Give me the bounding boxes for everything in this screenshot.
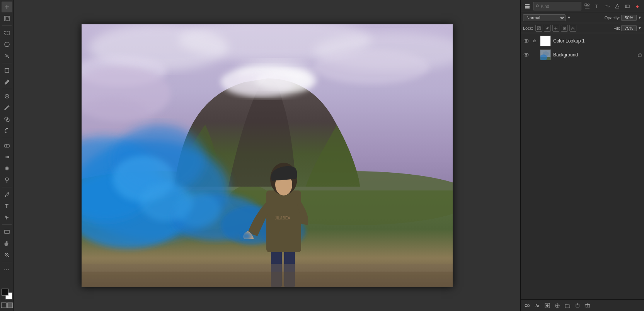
lock-label: Lock: <box>523 26 533 31</box>
layer-item-color-lookup[interactable]: fx Color Lookup 1 <box>521 34 644 48</box>
layer-search-bar[interactable] <box>533 2 581 10</box>
svg-point-83 <box>525 54 527 56</box>
svg-point-89 <box>525 304 527 307</box>
filter-smart-icon[interactable] <box>623 2 632 10</box>
layer-fx-background[interactable] <box>532 52 538 58</box>
dodge-tool[interactable] <box>2 175 12 185</box>
svg-rect-1 <box>5 17 9 20</box>
link-layers-btn[interactable] <box>523 301 532 310</box>
marquee-tool[interactable] <box>2 27 12 38</box>
magic-wand-tool[interactable] <box>2 51 12 61</box>
blur-tool[interactable] <box>2 163 12 174</box>
add-mask-btn[interactable] <box>543 301 552 310</box>
svg-rect-78 <box>564 27 565 29</box>
quickmask-mode-btn[interactable] <box>7 303 13 308</box>
svg-rect-88 <box>638 54 641 57</box>
more-tools-btn[interactable]: ··· <box>2 264 12 275</box>
eyedropper-tool[interactable] <box>2 76 12 87</box>
layer-search-input[interactable] <box>541 4 579 8</box>
artboard-tool[interactable] <box>2 13 12 24</box>
filter-effect-icon[interactable] <box>603 2 612 10</box>
layer-item-background[interactable]: Background <box>521 48 644 62</box>
lock-fill-row: Lock: Fill: 75% ▼ <box>521 23 644 33</box>
blend-mode-row: Normal ▼ Opacity: 50% ▼ <box>521 12 644 23</box>
svg-point-19 <box>5 178 9 181</box>
gradient-tool[interactable] <box>2 151 12 162</box>
lasso-tool[interactable] <box>2 39 12 50</box>
svg-point-67 <box>588 4 589 6</box>
svg-point-57 <box>240 232 252 240</box>
svg-point-32 <box>313 49 429 84</box>
lock-artboard-btn[interactable] <box>561 25 568 32</box>
delete-layer-btn[interactable] <box>583 301 592 310</box>
lock-all-btn[interactable] <box>569 25 576 32</box>
layer-visibility-color-lookup[interactable] <box>523 38 529 44</box>
standard-mode-btn[interactable] <box>1 303 7 308</box>
new-adjustment-btn[interactable] <box>553 301 562 310</box>
add-layer-style-btn[interactable]: fx <box>533 301 542 310</box>
svg-text:T: T <box>595 4 598 8</box>
zoom-tool[interactable] <box>2 250 12 260</box>
hand-tool[interactable] <box>2 238 12 249</box>
layers-list: fx Color Lookup 1 Background <box>521 33 644 299</box>
blend-expand-arrow[interactable]: ▼ <box>567 15 571 20</box>
foreground-swatch[interactable] <box>2 289 9 296</box>
svg-rect-61 <box>525 4 530 5</box>
canvas-image: JIL&BEA <box>82 24 453 287</box>
new-layer-btn[interactable] <box>573 301 582 310</box>
opacity-value[interactable]: 50% <box>621 15 637 21</box>
svg-rect-97 <box>565 305 570 308</box>
path-select-tool[interactable] <box>2 212 12 223</box>
svg-rect-63 <box>525 7 530 8</box>
filter-type-icon[interactable] <box>583 2 591 10</box>
blend-mode-select[interactable]: Normal <box>523 14 566 21</box>
filter-vector-icon[interactable] <box>613 2 622 10</box>
shape-tool[interactable] <box>2 226 12 237</box>
type-tool[interactable]: T <box>2 201 12 211</box>
opacity-section: Opacity: 50% ▼ <box>605 15 642 21</box>
svg-point-81 <box>525 40 527 42</box>
svg-rect-2 <box>5 31 9 35</box>
layer-thumb-background <box>540 49 551 60</box>
panel-top-toolbar: T ● <box>521 0 644 12</box>
color-swatches[interactable] <box>2 289 12 299</box>
lock-icons <box>535 25 576 32</box>
svg-point-93 <box>546 304 549 307</box>
heal-brush-tool[interactable] <box>2 91 12 102</box>
svg-rect-71 <box>625 5 629 8</box>
svg-rect-54 <box>266 190 301 252</box>
svg-line-24 <box>8 256 9 257</box>
opacity-label: Opacity: <box>605 15 620 20</box>
svg-line-7 <box>8 57 9 58</box>
svg-rect-66 <box>585 4 587 6</box>
filter-toggle[interactable]: ● <box>633 2 642 10</box>
svg-rect-14 <box>5 144 9 147</box>
new-group-btn[interactable] <box>563 301 572 310</box>
layer-fx-color-lookup[interactable]: fx <box>532 38 538 44</box>
lock-position-btn[interactable] <box>552 25 559 32</box>
svg-point-39 <box>256 70 317 91</box>
svg-rect-79 <box>572 28 574 30</box>
svg-rect-16 <box>5 156 9 158</box>
eraser-tool[interactable] <box>2 140 12 151</box>
layers-icon-btn[interactable] <box>523 2 532 10</box>
left-toolbar: ✛ <box>0 0 14 311</box>
search-icon <box>536 4 539 8</box>
fill-expand-arrow[interactable]: ▼ <box>638 26 642 30</box>
layer-visibility-background[interactable] <box>523 52 529 58</box>
brush-tool[interactable] <box>2 102 12 113</box>
crop-tool[interactable] <box>2 65 12 76</box>
lock-image-btn[interactable] <box>544 25 551 32</box>
fill-value[interactable]: 75% <box>621 25 637 31</box>
svg-point-18 <box>6 167 8 170</box>
layer-name-color-lookup: Color Lookup 1 <box>553 38 642 44</box>
svg-rect-22 <box>5 230 9 233</box>
pen-tool[interactable] <box>2 189 12 200</box>
opacity-expand-arrow[interactable]: ▼ <box>638 15 642 20</box>
clone-stamp-tool[interactable] <box>2 114 12 125</box>
filter-text-icon[interactable]: T <box>593 2 601 10</box>
svg-point-8 <box>6 55 8 57</box>
lock-transparent-btn[interactable] <box>535 25 542 32</box>
move-tool[interactable]: ✛ <box>2 2 12 12</box>
history-brush-tool[interactable] <box>2 126 12 136</box>
